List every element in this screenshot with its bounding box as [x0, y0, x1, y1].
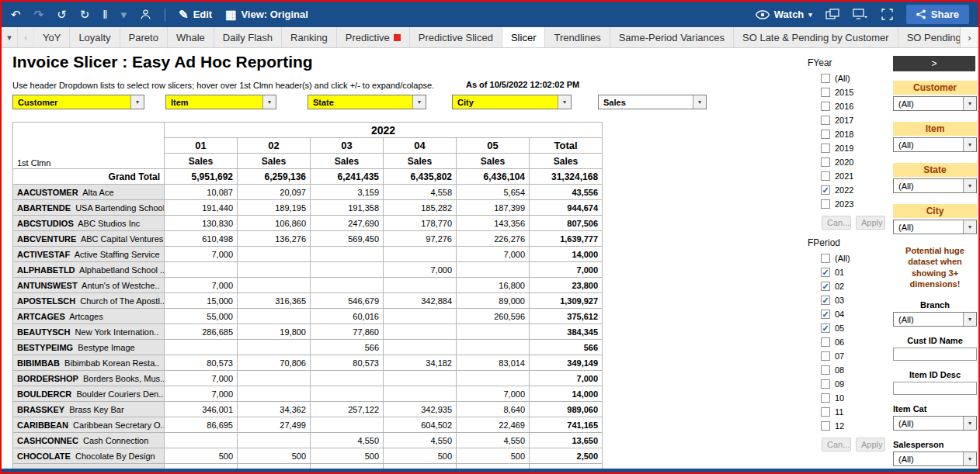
- value-cell[interactable]: 14,000: [530, 386, 603, 402]
- filter-cust-id-name-input[interactable]: [893, 348, 977, 361]
- value-cell[interactable]: [165, 340, 238, 355]
- value-cell[interactable]: 43,556: [530, 185, 603, 200]
- row-label[interactable]: ACTIVESTAF Active Staffing Service: [13, 247, 165, 262]
- value-cell[interactable]: [384, 340, 457, 355]
- fperiod-option-11[interactable]: 11: [821, 405, 885, 419]
- value-cell[interactable]: 34,362: [238, 402, 311, 417]
- fyear-option-2018[interactable]: 2018: [821, 127, 885, 141]
- row-label[interactable]: BORDERSHOP Borders Books, Mus..: [13, 371, 165, 386]
- value-cell[interactable]: 143,356: [457, 216, 530, 231]
- value-cell[interactable]: 7,000: [165, 386, 238, 402]
- value-cell[interactable]: 349,149: [530, 355, 603, 371]
- value-cell[interactable]: 1,639,777: [530, 231, 603, 247]
- value-cell[interactable]: [165, 433, 238, 448]
- tab-pareto[interactable]: Pareto: [120, 27, 168, 47]
- value-cell[interactable]: 15,000: [165, 293, 238, 309]
- pause-icon[interactable]: ‖: [103, 9, 107, 20]
- user-icon[interactable]: [140, 9, 151, 20]
- customer-slicer-dropdown[interactable]: Customer ▾: [12, 95, 144, 109]
- fyear-option-2020[interactable]: 2020: [821, 155, 885, 169]
- filter-customer-dropdown[interactable]: (All) ▾: [893, 96, 977, 111]
- value-cell[interactable]: 14,000: [530, 247, 603, 262]
- filter-state-dropdown[interactable]: (All) ▾: [893, 178, 977, 193]
- filter-salesperson-dropdown[interactable]: (All) ▾: [893, 452, 977, 466]
- value-cell[interactable]: [311, 371, 384, 386]
- value-cell[interactable]: 89,000: [457, 293, 530, 309]
- value-cell[interactable]: 80,573: [311, 355, 384, 371]
- value-cell[interactable]: [238, 247, 311, 262]
- value-cell[interactable]: 226,276: [457, 231, 530, 247]
- measure-header[interactable]: Sales: [238, 154, 311, 169]
- redo-icon[interactable]: ↷: [34, 9, 44, 20]
- value-cell[interactable]: 384,345: [530, 324, 603, 340]
- fyear-option-2015[interactable]: 2015: [821, 85, 885, 99]
- tab-scroll-left-icon[interactable]: ‹: [18, 27, 34, 47]
- value-cell[interactable]: [238, 433, 311, 448]
- value-cell[interactable]: [384, 278, 457, 293]
- value-cell[interactable]: 191,358: [311, 200, 384, 216]
- fperiod-option-12[interactable]: 12: [821, 419, 885, 433]
- tab-predictive-sliced[interactable]: Predictive Sliced: [410, 27, 502, 47]
- row-label[interactable]: ABARTENDE USA Bartending School: [13, 200, 165, 216]
- value-cell[interactable]: [384, 386, 457, 402]
- device-preview-icon[interactable]: [853, 9, 868, 20]
- value-cell[interactable]: 944,674: [530, 200, 603, 216]
- value-cell[interactable]: 316,365: [238, 293, 311, 309]
- fyear-cancel-button[interactable]: Can...: [822, 216, 851, 230]
- view-original-button[interactable]: ▦ View: Original: [225, 9, 308, 20]
- value-cell[interactable]: 741,165: [530, 417, 603, 433]
- watch-button[interactable]: Watch ▾: [756, 9, 812, 20]
- toolbar-dropdown-caret-icon[interactable]: ▾: [121, 9, 127, 20]
- tab-so-late-pending-by-customer[interactable]: SO Late & Pending by Customer: [734, 27, 898, 47]
- tab-daily-flash[interactable]: Daily Flash: [214, 27, 282, 47]
- value-cell[interactable]: 130,830: [165, 216, 238, 231]
- tab-slicer[interactable]: Slicer: [502, 27, 546, 47]
- value-cell[interactable]: [457, 371, 530, 386]
- value-cell[interactable]: 60,016: [311, 309, 384, 324]
- value-cell[interactable]: 500: [165, 448, 238, 464]
- grand-total-value[interactable]: 6,241,435: [311, 169, 384, 185]
- measure-header[interactable]: Sales: [530, 154, 603, 169]
- value-cell[interactable]: 7,000: [530, 262, 603, 278]
- value-cell[interactable]: [384, 324, 457, 340]
- collapse-panel-button[interactable]: >: [893, 56, 975, 71]
- year-header-cell[interactable]: 2022: [165, 123, 603, 138]
- value-cell[interactable]: 4,550: [457, 433, 530, 448]
- value-cell[interactable]: [457, 340, 530, 355]
- value-cell[interactable]: 4,550: [311, 433, 384, 448]
- value-cell[interactable]: 604,502: [384, 417, 457, 433]
- tab-whale[interactable]: Whale: [168, 27, 214, 47]
- first-column-header[interactable]: 1st Clmn: [13, 123, 165, 169]
- value-cell[interactable]: 7,000: [384, 262, 457, 278]
- value-cell[interactable]: 7,000: [530, 371, 603, 386]
- value-cell[interactable]: 7,000: [165, 278, 238, 293]
- value-cell[interactable]: 342,935: [384, 402, 457, 417]
- fperiod-option-10[interactable]: 10: [821, 391, 885, 405]
- value-cell[interactable]: 34,182: [384, 355, 457, 371]
- fyear-apply-button[interactable]: Apply: [856, 216, 885, 230]
- value-cell[interactable]: 257,122: [311, 402, 384, 417]
- value-cell[interactable]: 4,558: [384, 185, 457, 200]
- value-cell[interactable]: 80,573: [165, 355, 238, 371]
- fyear-option-2019[interactable]: 2019: [821, 141, 885, 155]
- value-cell[interactable]: 3,159: [311, 185, 384, 200]
- value-cell[interactable]: [311, 386, 384, 402]
- measure-header[interactable]: Sales: [384, 154, 457, 169]
- value-cell[interactable]: [238, 278, 311, 293]
- grand-total-value[interactable]: 5,951,692: [165, 169, 238, 185]
- value-cell[interactable]: 260,596: [457, 309, 530, 324]
- item-slicer-dropdown[interactable]: Item ▾: [165, 95, 276, 109]
- value-cell[interactable]: 191,440: [165, 200, 238, 216]
- fperiod-option-09[interactable]: 09: [821, 377, 885, 391]
- value-cell[interactable]: [384, 247, 457, 262]
- value-cell[interactable]: 500: [384, 448, 457, 464]
- fullscreen-icon[interactable]: [881, 9, 893, 20]
- value-cell[interactable]: [311, 278, 384, 293]
- value-cell[interactable]: 247,690: [311, 216, 384, 231]
- fperiod-cancel-button[interactable]: Can...: [822, 438, 851, 452]
- filter-item-id-desc-input[interactable]: [893, 382, 977, 395]
- value-cell[interactable]: 185,282: [384, 200, 457, 216]
- value-cell[interactable]: 106,860: [238, 216, 311, 231]
- measure-header[interactable]: Sales: [457, 154, 530, 169]
- row-label[interactable]: CASHCONNEC Cash Connection: [13, 433, 165, 448]
